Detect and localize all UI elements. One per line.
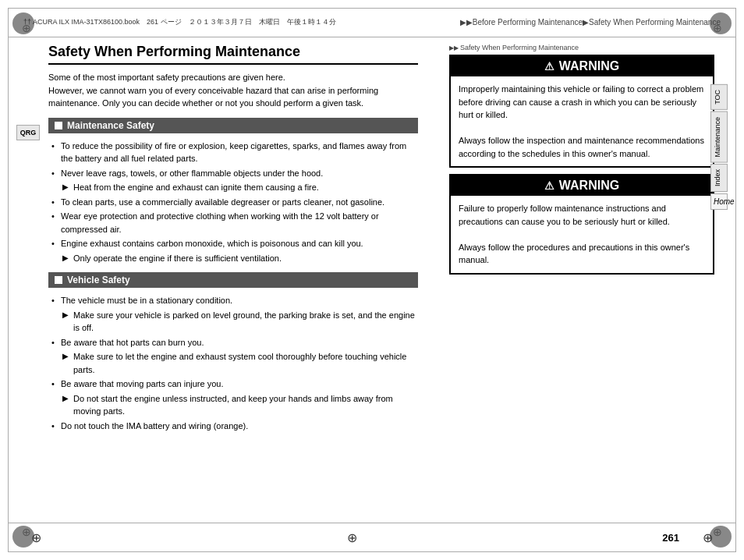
bullet-dot: • <box>51 140 61 165</box>
main-content: QRG TOC Maintenance Index Home Safety Wh… <box>8 37 736 523</box>
sub-item: ▶ Make sure your vehicle is parked on le… <box>62 309 418 335</box>
warning-header-2: ⚠ WARNING <box>451 175 713 196</box>
sub-item: ▶ Make sure to let the engine and exhaus… <box>62 350 418 376</box>
item-text: To clean parts, use a commercially avail… <box>61 196 384 209</box>
vehicle-safety-header: Vehicle Safety <box>48 272 418 288</box>
bullet-dot: • <box>51 167 61 180</box>
footer-crosshair-right: ⊕ <box>703 530 713 545</box>
item-text: Wear eye protection and protective cloth… <box>61 210 418 236</box>
list-item: • Be aware that moving parts can injure … <box>51 377 418 391</box>
intro-line1: Some of the most important safety precau… <box>48 73 285 82</box>
warning-triangle-icon-2: ⚠ <box>544 179 554 192</box>
warning-text-2b: Always follow the procedures and precaut… <box>459 241 705 267</box>
sub-item: ▶ Heat from the engine and exhaust can i… <box>62 181 418 194</box>
bullet-dot: • <box>51 336 61 349</box>
bullet-dot: • <box>51 196 61 209</box>
sub-text: Only operate the engine if there is suff… <box>73 252 282 265</box>
list-item: • Do not touch the IMA battery and wirin… <box>51 420 418 433</box>
qrg-tab[interactable]: QRG <box>16 125 40 140</box>
list-item: • Engine exhaust contains carbon monoxid… <box>51 237 418 250</box>
item-text: Be aware that hot parts can burn you. <box>61 336 204 349</box>
warning-label-1: WARNING <box>559 59 619 73</box>
intro-line2: However, we cannot warn you of every con… <box>48 86 378 108</box>
bullet-dot: • <box>51 210 61 236</box>
bullet-dot: • <box>51 237 61 250</box>
item-text: The vehicle must be in a stationary cond… <box>61 294 232 307</box>
section-icon <box>55 122 62 129</box>
page-title: Safety When Performing Maintenance <box>48 44 418 65</box>
warning-body-1: Improperly maintaining this vehicle or f… <box>451 76 713 166</box>
list-item: • Wear eye protection and protective clo… <box>51 210 418 236</box>
sub-item: ▶ Do not start the engine unless instruc… <box>62 392 418 418</box>
list-item: • The vehicle must be in a stationary co… <box>51 294 418 307</box>
warning-text-1b: Always follow the inspection and mainten… <box>459 134 705 160</box>
list-item: • To clean parts, use a commercially ava… <box>51 196 418 209</box>
sub-arrow: ▶ <box>62 181 73 194</box>
sidebar-tab-maintenance[interactable]: Maintenance <box>710 112 728 163</box>
list-item: • To reduce the possibility of fire or e… <box>51 140 418 165</box>
vehicle-safety-label: Vehicle Safety <box>67 275 130 285</box>
list-item: • Be aware that hot parts can burn you. <box>51 336 418 349</box>
warning-box-2: ⚠ WARNING Failure to properly follow mai… <box>449 174 714 275</box>
sub-arrow: ▶ <box>62 309 73 335</box>
intro-text: Some of the most important safety precau… <box>48 71 418 110</box>
warning-text-2a: Failure to properly follow maintenance i… <box>459 202 705 228</box>
list-item: • Never leave rags, towels, or other fla… <box>51 167 418 180</box>
sub-text: Make sure to let the engine and exhaust … <box>73 350 418 376</box>
warning-label-2: WARNING <box>559 179 619 193</box>
maintenance-safety-list: • To reduce the possibility of fire or e… <box>48 140 418 265</box>
sidebar-tab-toc[interactable]: TOC <box>710 84 728 110</box>
item-text: Never leave rags, towels, or other flamm… <box>61 167 323 180</box>
item-text: Engine exhaust contains carbon monoxide,… <box>61 237 363 250</box>
footer-crosshair-left: ⊕ <box>31 530 41 545</box>
header-left: †† ACURA ILX IMA-31TX86100.book 261 ページ … <box>23 17 336 27</box>
sub-arrow: ▶ <box>62 350 73 376</box>
item-text: Do not touch the IMA battery and wiring … <box>61 420 248 433</box>
warning-body-2: Failure to properly follow maintenance i… <box>451 196 713 273</box>
content-right: Safety When Performing Maintenance ⚠ WAR… <box>441 37 719 287</box>
page-header: †† ACURA ILX IMA-31TX86100.book 261 ページ … <box>8 8 736 37</box>
warning-text-1a: Improperly maintaining this vehicle or f… <box>459 83 705 122</box>
item-text: Be aware that moving parts can injure yo… <box>61 377 224 391</box>
vehicle-safety-list: • The vehicle must be in a stationary co… <box>48 294 418 432</box>
warning-box-1: ⚠ WARNING Improperly maintaining this ve… <box>449 55 714 168</box>
bullet-dot: • <box>51 294 61 307</box>
bullet-dot: • <box>51 377 61 391</box>
maintenance-safety-header: Maintenance Safety <box>48 118 418 133</box>
file-info: †† ACURA ILX IMA-31TX86100.book 261 ページ … <box>23 17 336 27</box>
sub-text: Do not start the engine unless instructe… <box>73 392 418 418</box>
sub-arrow: ▶ <box>62 252 73 265</box>
warning-reference: Safety When Performing Maintenance <box>449 44 714 51</box>
content-left: Safety When Performing Maintenance Some … <box>44 37 426 446</box>
item-text: To reduce the possibility of fire or exp… <box>61 140 418 165</box>
maintenance-safety-label: Maintenance Safety <box>67 120 154 131</box>
sidebar-tab-index[interactable]: Index <box>710 164 728 192</box>
sub-text: Heat from the engine and exhaust can ign… <box>73 181 319 194</box>
sub-item: ▶ Only operate the engine if there is su… <box>62 252 418 265</box>
sub-text: Make sure your vehicle is parked on leve… <box>73 309 418 335</box>
header-breadcrumb: ▶▶Before Performing Maintenance▶Safety W… <box>460 18 721 27</box>
sidebar-tab-home[interactable]: Home <box>710 193 728 210</box>
warning-header-1: ⚠ WARNING <box>451 56 713 76</box>
section-icon <box>55 276 62 284</box>
page-number: 261 <box>662 532 679 544</box>
sub-arrow: ▶ <box>62 392 73 418</box>
footer-crosshair-center: ⊕ <box>347 530 357 545</box>
page-footer: ⊕ ⊕ 261 ⊕ <box>8 523 736 552</box>
warning-triangle-icon-1: ⚠ <box>544 60 554 73</box>
sidebar: TOC Maintenance Index Home <box>710 84 728 210</box>
bullet-dot: • <box>51 420 61 433</box>
